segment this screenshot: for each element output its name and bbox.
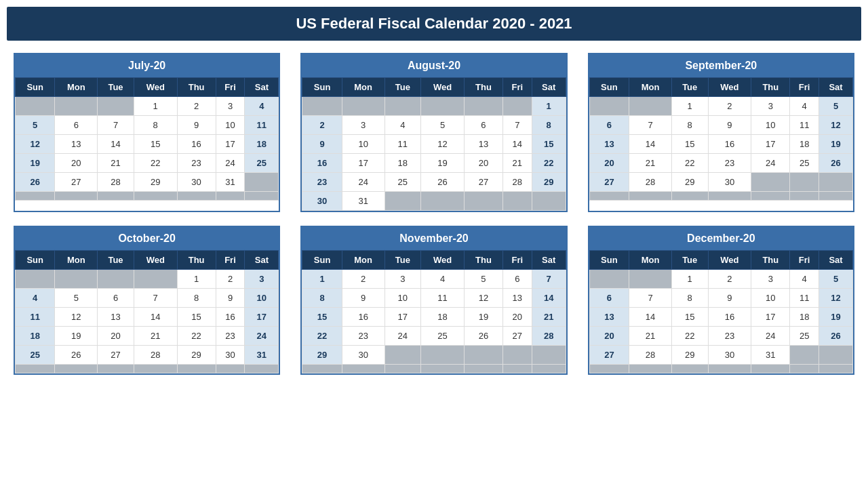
calendar-day [245, 173, 279, 192]
calendar-day [671, 192, 708, 201]
calendar-day: 13 [98, 308, 134, 327]
calendar-day: 9 [216, 289, 245, 308]
calendar-day: 24 [751, 327, 790, 346]
calendar-day: 22 [302, 327, 342, 346]
calendar-day: 9 [177, 116, 216, 135]
calendar-day [790, 192, 819, 201]
calendar-day [819, 346, 853, 365]
calendar-day [98, 270, 134, 289]
calendar-day [629, 365, 672, 373]
calendar-day: 5 [464, 270, 502, 289]
calendar-day [302, 97, 342, 116]
calendar-day: 5 [16, 116, 55, 135]
calendar-day: 23 [216, 327, 245, 346]
calendar-day: 25 [421, 327, 465, 346]
calendar-day: 24 [245, 327, 279, 346]
calendar-day [629, 270, 672, 289]
calendar-day: 10 [751, 289, 790, 308]
day-header: Sun [589, 251, 629, 270]
calendar-day: 4 [421, 270, 465, 289]
calendar-day [589, 192, 629, 201]
calendar-day: 15 [671, 135, 708, 154]
calendar-day [16, 192, 55, 201]
day-header: Wed [134, 78, 177, 97]
calendar-day: 24 [751, 154, 790, 173]
calendar-day: 30 [302, 192, 342, 211]
calendar-day: 13 [589, 135, 629, 154]
calendar-day: 29 [671, 346, 708, 365]
day-header: Thu [177, 78, 216, 97]
day-header: Sat [819, 78, 853, 97]
calendar-day: 18 [16, 327, 55, 346]
calendar-day: 28 [532, 327, 566, 346]
day-header: Sat [245, 78, 279, 97]
day-header: Tue [671, 251, 708, 270]
calendar-day: 28 [98, 173, 134, 192]
day-header: Fri [502, 251, 532, 270]
calendar-day: 15 [177, 308, 216, 327]
calendar-day: 1 [671, 97, 708, 116]
calendar-day: 15 [532, 135, 566, 154]
day-header: Sat [532, 78, 566, 97]
calendar-day: 2 [177, 97, 216, 116]
calendar-day [464, 192, 502, 211]
calendar-day: 15 [302, 308, 342, 327]
day-header: Mon [342, 78, 384, 97]
calendar-day: 13 [589, 308, 629, 327]
calendar-day: 7 [134, 289, 177, 308]
calendar-day [464, 365, 502, 373]
day-header: Sun [302, 251, 342, 270]
calendar-day: 2 [342, 270, 384, 289]
calendar-day: 20 [589, 154, 629, 173]
calendar-day: 31 [245, 346, 279, 365]
calendar-day: 30 [177, 173, 216, 192]
calendar-day: 17 [751, 308, 790, 327]
day-header: Sun [16, 78, 55, 97]
calendar-day: 19 [819, 308, 853, 327]
calendar-day: 7 [629, 289, 672, 308]
calendar-day: 23 [708, 154, 751, 173]
calendar-day [98, 97, 134, 116]
calendar-day: 11 [384, 135, 421, 154]
calendar-day: 4 [790, 97, 819, 116]
calendar-day: 7 [502, 116, 532, 135]
calendar-day: 1 [302, 270, 342, 289]
calendar-day [421, 97, 465, 116]
day-header: Mon [629, 78, 672, 97]
calendar-day: 20 [98, 327, 134, 346]
calendar-day: 17 [751, 135, 790, 154]
calendar-day: 6 [55, 116, 98, 135]
calendar-day: 31 [216, 173, 245, 192]
day-header: Sun [16, 251, 55, 270]
calendar-day: 22 [177, 327, 216, 346]
calendar-day: 5 [55, 289, 98, 308]
calendar-day [751, 173, 790, 192]
calendar-day [790, 365, 819, 373]
day-header: Wed [421, 78, 465, 97]
day-header: Sun [302, 78, 342, 97]
calendar-day: 2 [708, 97, 751, 116]
calendar-day [134, 365, 177, 373]
calendars-grid: July-20SunMonTueWedThuFriSat123456789101… [7, 53, 861, 375]
calendar-day: 14 [629, 308, 672, 327]
calendar-day: 9 [708, 116, 751, 135]
calendar-day [532, 346, 566, 365]
calendar-day: 12 [819, 116, 853, 135]
calendar-day: 8 [134, 116, 177, 135]
calendar-day: 13 [55, 135, 98, 154]
calendar-day: 6 [464, 116, 502, 135]
day-header: Thu [751, 251, 790, 270]
calendar-day: 23 [302, 173, 342, 192]
calendar-day: 25 [16, 346, 55, 365]
calendar-day: 25 [384, 173, 421, 192]
calendar-day: 8 [177, 289, 216, 308]
calendar-day: 16 [177, 135, 216, 154]
calendar-day: 1 [532, 97, 566, 116]
calendar-day: 25 [790, 154, 819, 173]
calendar-day [708, 192, 751, 201]
calendar-day [532, 365, 566, 373]
calendar-day: 9 [302, 135, 342, 154]
page-title: US Federal Fiscal Calendar 2020 - 2021 [7, 7, 861, 41]
calendar-day: 30 [708, 173, 751, 192]
calendar-day: 21 [629, 154, 672, 173]
